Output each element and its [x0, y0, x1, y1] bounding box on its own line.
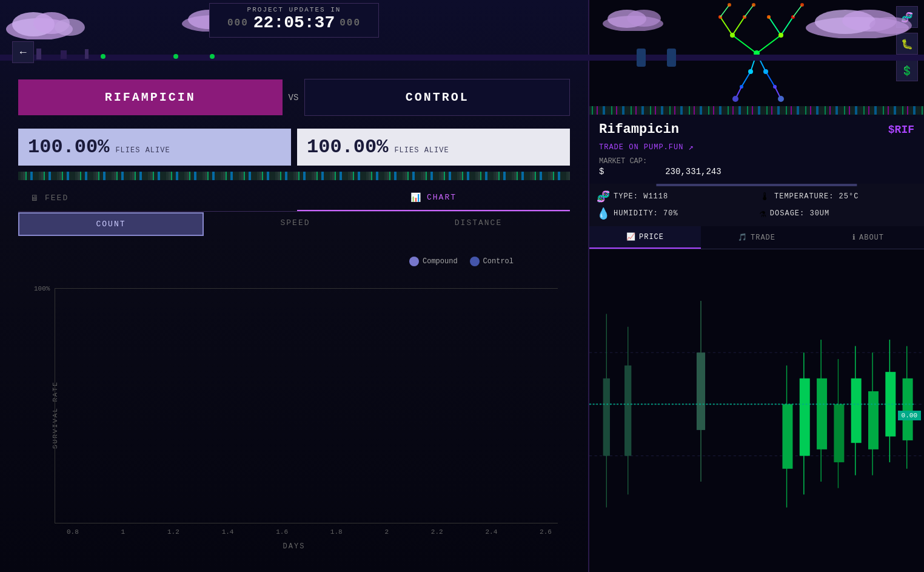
exp-dosage: ⚗ DOSAGE: 30UM [760, 207, 917, 220]
svg-rect-64 [697, 352, 705, 430]
svg-rect-60 [603, 379, 610, 456]
control-percent: 100.00% [307, 136, 388, 158]
monitor-icon: 🖥 [30, 193, 40, 203]
pixel-row-2 [589, 106, 924, 115]
svg-rect-76 [868, 391, 879, 449]
pump-label: TRADE ON PUMP.FUN [599, 143, 683, 152]
token-ticker: $RIF [888, 124, 914, 136]
svg-rect-74 [851, 379, 862, 443]
compound-stat-box: 100.00% FLIES ALIVE [18, 129, 291, 166]
main-container: PROJECT UPDATES IN 000 22:05:37 000 ← RI… [0, 0, 924, 572]
tab-price[interactable]: 📈 PRICE [589, 226, 701, 249]
compound-legend-dot [409, 257, 419, 266]
svg-point-3 [55, 19, 85, 36]
x-axis-title: DAYS [283, 542, 306, 551]
market-row: MARKET CAP: $ . 230,331,243 [599, 157, 914, 177]
cloud-left [3, 6, 112, 42]
market-cap-value: 230,331,243 [665, 167, 721, 177]
compound-percent: 100.00% [28, 136, 109, 158]
token-name-row: Rifampicin $RIF [599, 122, 914, 137]
svg-point-22 [210, 54, 215, 59]
price-label: PRICE [639, 233, 664, 241]
bottom-tabs: 📈 PRICE 🎵 TRADE ℹ ABOUT [589, 226, 924, 249]
chart-legend: Compound Control [353, 257, 570, 266]
pump-arrow-icon: ↗ [688, 142, 693, 152]
tab-about[interactable]: ℹ ABOUT [812, 226, 924, 249]
svg-rect-68 [800, 379, 810, 456]
about-label: ABOUT [859, 234, 884, 242]
dna-icon: 🧬 [597, 190, 610, 203]
exp-type: 🧬 TYPE: W1118 [597, 190, 754, 203]
vs-label: VS [289, 93, 299, 103]
svg-line-34 [766, 72, 775, 87]
x-tick-1: 0.8 [67, 528, 79, 536]
count-label: COUNT [96, 220, 126, 229]
svg-point-13 [869, 17, 912, 34]
svg-rect-24 [667, 49, 676, 67]
dosage-label: DOSAGE: 30UM [770, 209, 829, 218]
chart-100-line [55, 288, 558, 289]
exp-humidity: 💧 HUMIDITY: 70% [597, 207, 754, 220]
distance-label: DISTANCE [455, 218, 502, 227]
pump-fun-row[interactable]: TRADE ON PUMP.FUN ↗ [599, 142, 914, 152]
x-tick-7: 2 [384, 528, 389, 536]
temp-label: TEMPERATURE: 25°C [774, 192, 859, 201]
x-tick-3: 1.2 [167, 528, 179, 536]
thermometer-icon: 🌡 [760, 190, 771, 203]
timer-label: PROJECT UPDATES IN [222, 6, 366, 13]
timer-prefix-dots: 000 [227, 18, 249, 29]
control-stat-label: FLIES ALIVE [394, 146, 449, 155]
svg-rect-80 [903, 379, 913, 440]
svg-rect-23 [637, 49, 646, 67]
speed-label: SPEED [280, 218, 310, 227]
feed-label: FEED [45, 193, 69, 203]
dosage-icon: ⚗ [760, 207, 766, 220]
svg-rect-78 [885, 372, 896, 436]
exp-top-bar [656, 184, 857, 186]
svg-rect-18 [85, 49, 89, 59]
chart-label: CHART [427, 193, 457, 202]
vs-panel: RIFAMPICIN VS CONTROL [18, 79, 570, 116]
control-legend-dot [470, 257, 480, 266]
chart-area: SURVIVAL RATE 100% 0.8 1 1.2 1.4 1.6 1.8… [18, 276, 570, 554]
svg-rect-17 [61, 50, 67, 59]
tab-distance[interactable]: DISTANCE [387, 212, 570, 236]
svg-rect-14 [0, 55, 924, 61]
chart-inner: 100% [55, 288, 558, 523]
cloud-center-right [597, 5, 669, 34]
tab-count[interactable]: COUNT [18, 212, 204, 236]
compound-button[interactable]: RIFAMPICIN [18, 79, 283, 115]
tab-speed[interactable]: SPEED [204, 212, 387, 236]
market-cap-label: MARKET CAP: [599, 157, 647, 166]
timer-area: PROJECT UPDATES IN 000 22:05:37 000 [209, 3, 379, 38]
market-cap-item: MARKET CAP: $ [599, 157, 647, 177]
back-button[interactable]: ← [12, 41, 34, 63]
about-icon: ℹ [852, 233, 856, 242]
tab-chart[interactable]: 📊 CHART [297, 185, 570, 211]
x-tick-5: 1.6 [276, 528, 288, 536]
svg-rect-70 [817, 379, 827, 449]
market-dollar: $ [599, 167, 647, 177]
control-button[interactable]: CONTROL [304, 79, 570, 116]
price-badge-value: 0.00 [902, 412, 917, 419]
price-badge: 0.00 [898, 411, 921, 420]
chart-tabs: COUNT SPEED DISTANCE [18, 212, 570, 236]
tab-trade[interactable]: 🎵 TRADE [701, 226, 812, 249]
svg-point-9 [627, 10, 661, 27]
svg-point-55 [778, 96, 784, 102]
compound-stat-label: FLIES ALIVE [115, 146, 170, 155]
candlestick-chart [589, 249, 924, 572]
timer-suffix-dots: 000 [340, 18, 361, 29]
token-info: Rifampicin $RIF TRADE ON PUMP.FUN ↗ MARK… [589, 115, 924, 184]
cloud-right [797, 5, 918, 41]
svg-rect-62 [624, 366, 631, 456]
tab-feed[interactable]: 🖥 FEED [18, 185, 297, 211]
svg-rect-66 [782, 404, 792, 468]
control-legend: Control [470, 257, 514, 266]
pipe-border-top [0, 45, 924, 70]
svg-point-21 [173, 54, 178, 59]
market-cap-value-item: . 230,331,243 [665, 157, 721, 177]
svg-point-20 [101, 54, 105, 59]
x-tick-2: 1 [121, 528, 126, 536]
svg-point-54 [732, 96, 738, 102]
